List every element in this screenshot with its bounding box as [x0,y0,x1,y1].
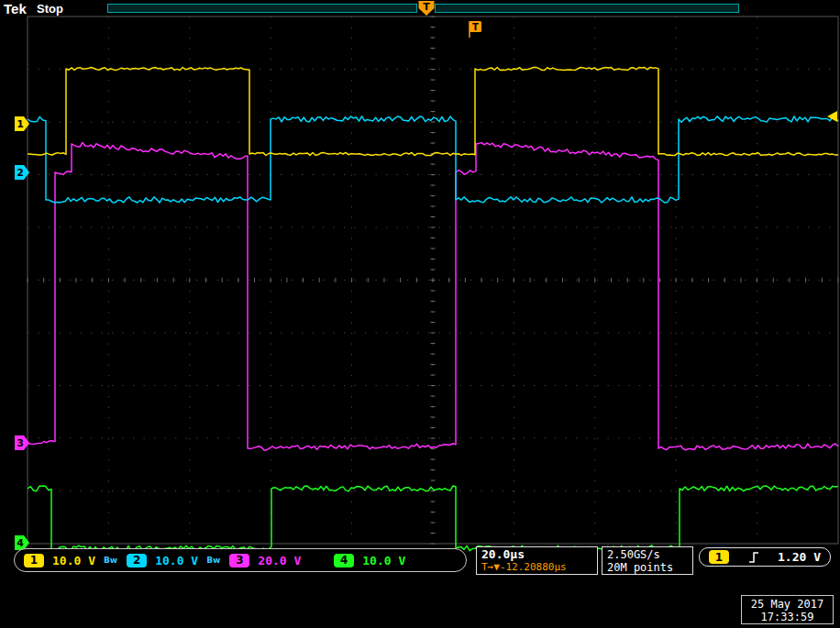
trigger-delay-icon: T→▼ [481,561,500,573]
ch4-waveform [28,486,838,551]
time-value: 17:33:59 [742,611,833,623]
channel-2-scale-value: 10.0 V [155,554,198,567]
acquisition-readout[interactable]: 2.50GS/s 20M points [602,546,693,575]
svg-text:3: 3 [17,437,24,449]
channel-readouts: 110.0 VBw210.0 VBw320.0 V410.0 V [14,548,467,572]
channel-2-badge: 2 [127,554,147,567]
ch3-waveform [28,143,838,451]
trigger-level-value: 1.20 V [778,550,821,564]
trigger-position-marker: T [419,1,435,16]
channel-2-readout[interactable]: 210.0 V [127,554,198,567]
svg-text:T: T [472,22,479,32]
sample-rate-value: 2.50GS/s [607,548,692,561]
trigger-source-badge: 1 [709,550,729,564]
channel-4-scale-value: 10.0 V [362,554,405,567]
trigger-readout[interactable]: 1 1.20 V [699,547,831,567]
oscilloscope-screen: Tek Stop 1234TT 110.0 VBw210.0 VBw320.0 … [0,0,840,628]
svg-text:4: 4 [17,537,24,549]
timebase-value: 20.0µs [481,548,597,561]
trigger-point-flag: T [470,21,481,38]
svg-text:2: 2 [17,167,24,179]
trigger-delay-readout: T→▼-12.20880µs [481,561,597,573]
record-length-value: 20M points [607,561,692,574]
channel-4-badge: 4 [334,554,354,567]
ch2-waveform [28,116,838,203]
trigger-delay-value: -12.20880µs [500,561,567,573]
svg-text:T: T [423,1,430,13]
datetime-readout: 25 May 2017 17:33:59 [741,595,834,624]
rising-edge-icon [748,550,759,565]
channel-3-scale-value: 20.0 V [258,554,301,567]
channel-4-readout[interactable]: 410.0 V [334,554,405,567]
bandwidth-limit-icon: Bw [104,556,117,565]
channel-1-scale-value: 10.0 V [52,554,95,567]
channel-1-badge: 1 [24,554,44,567]
bandwidth-limit-icon: Bw [206,556,220,565]
svg-text:1: 1 [17,118,24,130]
channel-3-badge: 3 [229,554,249,567]
horizontal-scale-readout[interactable]: 20.0µs T→▼-12.20880µs [476,546,598,575]
graticule-display: 1234TT [0,0,840,628]
channel-3-readout[interactable]: 320.0 V [229,554,301,567]
channel-1-readout[interactable]: 110.0 V [24,554,95,567]
date-value: 25 May 2017 [742,598,833,611]
